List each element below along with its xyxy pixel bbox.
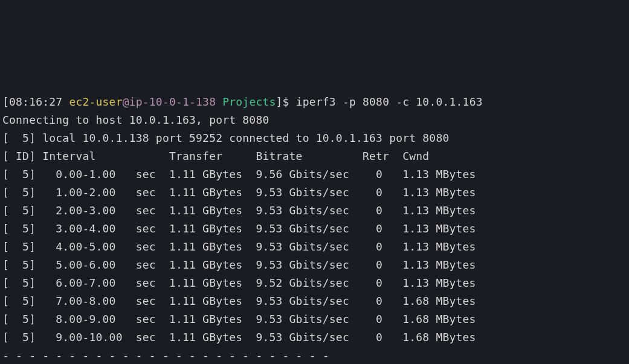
prompt-line: [08:16:27 ec2-user@ip-10-0-1-138 Project… (2, 93, 627, 111)
separator-row: - - - - - - - - - - - - - - - - - - - - … (2, 346, 627, 364)
interval-row: [ 5] 0.00-1.00 sec 1.11 GBytes 9.56 Gbit… (2, 165, 627, 184)
interval-row: [ 5] 2.00-3.00 sec 1.11 GBytes 9.53 Gbit… (2, 202, 627, 220)
timestamp: [08:16:27 (2, 95, 69, 108)
interval-row: [ 5] 9.00-10.00 sec 1.11 GBytes 9.53 Gbi… (2, 328, 627, 346)
interval-row: [ 5] 5.00-6.00 sec 1.11 GBytes 9.53 Gbit… (2, 256, 627, 274)
hostname: ip-10-0-1-138 (129, 95, 223, 108)
connecting-line: Connecting to host 10.0.1.163, port 8080 (2, 111, 627, 129)
local-line: [ 5] local 10.0.1.138 port 59252 connect… (2, 129, 627, 147)
interval-row: [ 5] 3.00-4.00 sec 1.11 GBytes 9.53 Gbit… (2, 220, 627, 238)
username: ec2-user (69, 95, 122, 108)
working-dir: Projects (222, 95, 276, 108)
interval-row: [ 5] 6.00-7.00 sec 1.11 GBytes 9.52 Gbit… (2, 274, 627, 292)
command-text: iperf3 -p 8080 -c 10.0.1.163 (296, 95, 483, 108)
interval-row: [ 5] 1.00-2.00 sec 1.11 GBytes 9.53 Gbit… (2, 184, 627, 202)
header-row: [ ID] Interval Transfer Bitrate Retr Cwn… (2, 147, 627, 165)
prompt-close: ]$ (276, 95, 296, 108)
at-sign: @ (123, 95, 129, 108)
interval-row: [ 5] 4.00-5.00 sec 1.11 GBytes 9.53 Gbit… (2, 238, 627, 256)
terminal-output[interactable]: [08:16:27 ec2-user@ip-10-0-1-138 Project… (0, 91, 629, 364)
interval-row: [ 5] 7.00-8.00 sec 1.11 GBytes 9.53 Gbit… (2, 292, 627, 310)
interval-row: [ 5] 8.00-9.00 sec 1.11 GBytes 9.53 Gbit… (2, 310, 627, 328)
